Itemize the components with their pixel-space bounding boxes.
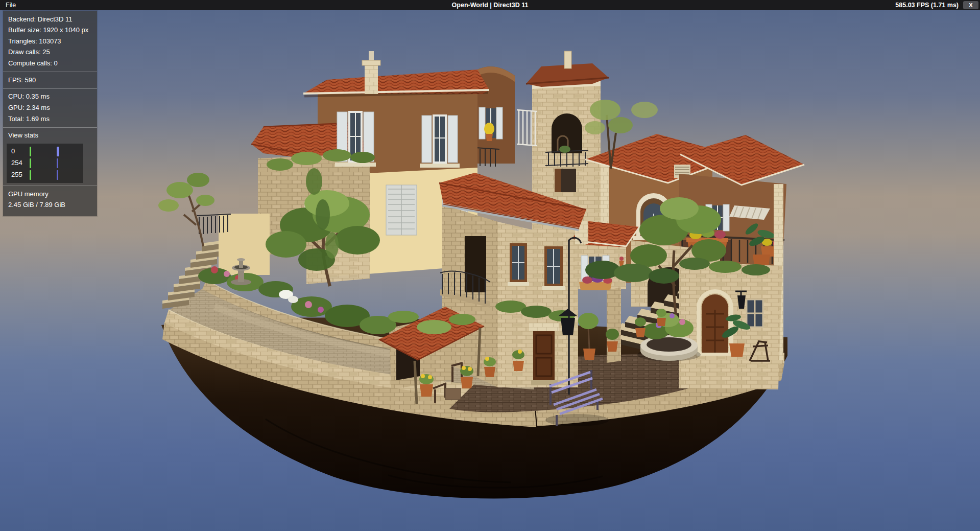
stats-panel: Backend: Direct3D 11 Buffer size: 1920 x… xyxy=(3,11,97,216)
title-bar-right: 585.03 FPS (1.71 ms) X xyxy=(895,1,980,9)
stat-draw-calls: Draw calls: 25 xyxy=(3,47,97,58)
view-stats-histogram: 0 254 255 xyxy=(7,144,83,183)
green-tick xyxy=(30,147,31,156)
separator xyxy=(3,127,97,128)
fps-readout: 585.03 FPS (1.71 ms) xyxy=(895,2,959,9)
histogram-row: 254 xyxy=(7,157,83,169)
stat-buffer-size: Buffer size: 1920 x 1040 px xyxy=(3,25,97,36)
gpu-memory-value: 2.45 GiB / 7.89 GiB xyxy=(3,200,97,211)
file-menu[interactable]: File xyxy=(0,0,21,10)
stat-total-time: Total: 1.69 ms xyxy=(3,113,97,125)
stat-backend: Backend: Direct3D 11 xyxy=(3,14,97,25)
separator xyxy=(3,88,97,89)
stat-fps: FPS: 590 xyxy=(3,75,97,86)
close-button[interactable]: X xyxy=(963,1,978,9)
green-tick xyxy=(30,170,31,180)
blue-tick xyxy=(57,147,59,156)
blue-tick xyxy=(57,158,58,168)
title-bar: File Open-World | Direct3D 11 585.03 FPS… xyxy=(0,0,980,10)
stat-gpu-time: GPU: 2.34 ms xyxy=(3,102,97,113)
app-window: File Open-World | Direct3D 11 585.03 FPS… xyxy=(0,0,980,531)
window-title: Open-World | Direct3D 11 xyxy=(452,0,529,10)
separator xyxy=(3,72,97,72)
separator xyxy=(3,186,97,186)
blue-tick xyxy=(57,170,58,180)
histogram-row-label: 254 xyxy=(11,159,22,168)
green-tick xyxy=(30,158,31,168)
view-stats-label: View stats xyxy=(3,130,97,142)
scene-3d-viewport[interactable] xyxy=(0,0,980,531)
histogram-row-label: 255 xyxy=(11,171,22,179)
histogram-row: 0 xyxy=(7,146,83,157)
histogram-row: 255 xyxy=(7,169,83,181)
stat-cpu-time: CPU: 0.35 ms xyxy=(3,91,97,103)
histogram-row-label: 0 xyxy=(11,147,15,156)
stat-compute-calls: Compute calls: 0 xyxy=(3,58,97,70)
right-door-wall xyxy=(679,262,782,389)
stat-triangles: Triangles: 103073 xyxy=(3,36,97,47)
gpu-memory-label: GPU memory xyxy=(3,189,97,200)
